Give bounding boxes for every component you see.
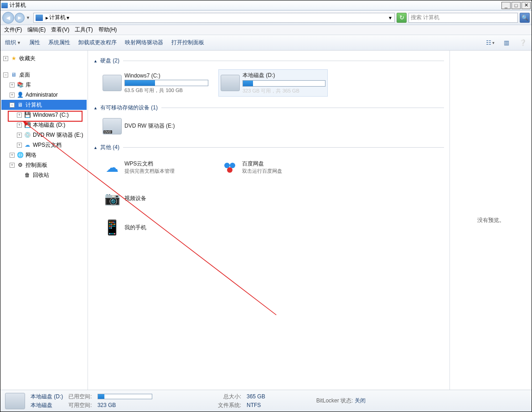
wps-cloud[interactable]: ☁ WPS云文档提供完善文档版本管理 [101, 156, 210, 179]
drive-icon [221, 75, 240, 91]
group-drives-header[interactable]: ▲硬盘 (2) [93, 57, 444, 65]
menu-tools[interactable]: 工具(T) [75, 26, 93, 34]
menu-bar: 文件(F) 编辑(E) 查看(V) 工具(T) 帮助(H) [0, 25, 532, 35]
chevron-down-icon[interactable]: ▾ [67, 15, 69, 21]
menu-file[interactable]: 文件(F) [4, 26, 22, 34]
my-phone[interactable]: 📱 我的手机 [101, 216, 210, 239]
maximize-button[interactable]: □ [511, 2, 521, 9]
camera-icon: 📷 [103, 189, 122, 208]
properties-button[interactable]: 属性 [29, 39, 40, 46]
tree-desktop[interactable]: −🖥桌面 [1, 70, 87, 80]
group-other-header[interactable]: ▲其他 (4) [93, 144, 444, 151]
tree-wps[interactable]: +☁WPS云文档 [1, 140, 87, 150]
forward-button[interactable]: ► [15, 13, 25, 23]
status-bar: 本地磁盘 (D:) 已用空间: 总大小: 365 GB 本地磁盘 可用空间: 3… [0, 390, 532, 412]
breadcrumb-bar[interactable]: ▸ 计算机 ▾ ▾ [33, 13, 395, 23]
svg-point-1 [230, 163, 235, 168]
tree-drive-d[interactable]: +💾本地磁盘 (D:) [1, 120, 87, 130]
system-properties-button[interactable]: 系统属性 [48, 39, 70, 46]
menu-edit[interactable]: 编辑(E) [27, 26, 46, 34]
dvd-drive[interactable]: DVD RW 驱动器 (E:) [101, 116, 210, 136]
title-bar: 计算机 _ □ ✕ [0, 0, 532, 10]
toolbar: 组织▼ 属性 系统属性 卸载或更改程序 映射网络驱动器 打开控制面板 ☷▾ ▥ … [0, 35, 532, 51]
control-panel-button[interactable]: 打开控制面板 [171, 39, 204, 46]
chevron-down-icon[interactable]: ▾ [389, 15, 392, 21]
status-type: 本地磁盘 [31, 402, 63, 409]
refresh-button[interactable]: ↻ [397, 13, 407, 23]
tree-admin[interactable]: +👤Administrator [1, 90, 87, 100]
map-network-drive-button[interactable]: 映射网络驱动器 [125, 39, 163, 46]
navigation-tree: +★收藏夹 −🖥桌面 +📚库 +👤Administrator −🖥计算机 +💾W… [0, 51, 88, 390]
no-preview-text: 没有预览。 [477, 216, 505, 224]
window-title: 计算机 [10, 1, 26, 9]
drive-c[interactable]: Windows7 (C:) 63.5 GB 可用，共 100 GB [101, 69, 210, 97]
tree-drive-c[interactable]: +💾Windows7 (C:) [1, 110, 87, 120]
help-button[interactable]: ❔ [519, 39, 527, 46]
baidu-icon [220, 158, 239, 177]
svg-point-0 [224, 163, 230, 168]
view-options-button[interactable]: ☷▾ [486, 39, 494, 46]
computer-icon [1, 3, 8, 8]
tree-control-panel[interactable]: +⚙控制面板 [1, 160, 87, 170]
preview-pane-button[interactable]: ▥ [502, 39, 511, 46]
computer-icon [36, 15, 43, 21]
baidu-disk[interactable]: 百度网盘双击运行百度网盘 [218, 156, 328, 179]
search-input[interactable]: 搜索 计算机 [408, 13, 518, 23]
preview-pane: 没有预览。 [449, 51, 532, 390]
video-device[interactable]: 📷 视频设备 [101, 187, 210, 210]
capacity-bar [243, 80, 325, 87]
drive-icon [103, 75, 122, 91]
tree-network[interactable]: +🌐网络 [1, 150, 87, 160]
search-placeholder: 搜索 计算机 [411, 14, 439, 21]
menu-view[interactable]: 查看(V) [51, 26, 69, 34]
main-area: +★收藏夹 −🖥桌面 +📚库 +👤Administrator −🖥计算机 +💾W… [0, 51, 532, 390]
content-area: ▲硬盘 (2) Windows7 (C:) 63.5 GB 可用，共 100 G… [88, 51, 532, 390]
drive-d[interactable]: 本地磁盘 (D:) 323 GB 可用，共 365 GB [218, 69, 328, 97]
drive-icon [5, 393, 25, 409]
history-dropdown[interactable]: ▼ [26, 15, 31, 20]
dvd-icon [103, 118, 122, 134]
status-title: 本地磁盘 (D:) [31, 393, 63, 401]
tree-dvd[interactable]: +💿DVD RW 驱动器 (E:) [1, 130, 87, 140]
nav-bar: ◄ ► ▼ ▸ 计算机 ▾ ▾ ↻ 搜索 计算机 🔍 [0, 10, 532, 25]
organize-button[interactable]: 组织▼ [5, 39, 21, 46]
menu-help[interactable]: 帮助(H) [98, 26, 117, 34]
capacity-bar [124, 80, 208, 86]
uninstall-button[interactable]: 卸载或更改程序 [78, 39, 117, 46]
breadcrumb-item[interactable]: 计算机 [49, 14, 66, 21]
minimize-button[interactable]: _ [501, 2, 511, 9]
used-bar [98, 394, 152, 399]
tree-libraries[interactable]: +📚库 [1, 80, 87, 90]
back-button[interactable]: ◄ [2, 12, 14, 24]
cloud-icon: ☁ [103, 158, 122, 177]
close-button[interactable]: ✕ [522, 2, 531, 9]
tree-computer[interactable]: −🖥计算机 [1, 100, 87, 110]
file-pane: ▲硬盘 (2) Windows7 (C:) 63.5 GB 可用，共 100 G… [88, 51, 449, 390]
search-button[interactable]: 🔍 [520, 13, 530, 23]
tree-favorites[interactable]: +★收藏夹 [1, 53, 87, 63]
group-removable-header[interactable]: ▲有可移动存储的设备 (1) [93, 104, 444, 112]
svg-point-2 [227, 167, 232, 173]
tree-recycle-bin[interactable]: 🗑回收站 [1, 170, 87, 180]
phone-icon: 📱 [103, 218, 122, 237]
